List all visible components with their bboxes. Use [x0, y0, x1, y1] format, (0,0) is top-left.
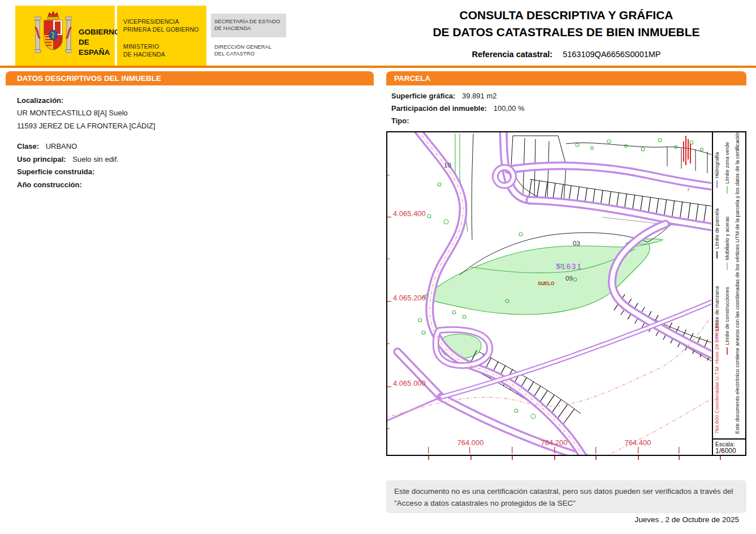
zone-label-10: 10	[444, 162, 451, 169]
suelo-label: SUELO	[538, 281, 555, 286]
spain-coat-of-arms	[34, 10, 72, 61]
y-coordinate-label: 4.065.200	[393, 294, 426, 302]
clase-value: URBANO	[46, 142, 77, 150]
superficie-construida-row: Superficie construida:	[17, 167, 99, 176]
gov-logo-box: GOBIERNO DE ESPAÑA	[15, 6, 115, 66]
zone-label-09: 09	[565, 275, 573, 282]
superficie-construida-label: Superficie construida:	[17, 167, 94, 176]
axis-tick	[428, 456, 429, 460]
left-panel-title: DATOS DESCRIPTIVOS DEL INMUEBLE	[17, 74, 161, 83]
direccion-general-label: DIRECCIÓN GENERAL DEL CATASTRO	[214, 44, 271, 57]
secretaria-box: SECRETARÍA DE ESTADO DE HACIENDA	[211, 14, 286, 37]
x-coordinate-label: 764.400	[625, 438, 651, 447]
legend-swatch	[727, 347, 728, 355]
red-hydro-symbol	[684, 136, 690, 165]
superficie-grafica-label: Superficie gráfica:	[391, 92, 455, 100]
zone-label-03: 03	[573, 240, 580, 247]
uso-principal-label: Uso principal:	[17, 155, 66, 163]
parcel-panel-header: PARCELA	[386, 71, 746, 85]
legend-label: Límite de construcciones	[724, 287, 730, 345]
superficie-grafica-row: Superficie gráfica: 39.891 m2	[391, 92, 497, 100]
left-panel-header: DATOS DESCRIPTIVOS DEL INMUEBLE	[6, 71, 374, 85]
parcel-panel-title: PARCELA	[394, 74, 430, 83]
office-line3: DIRECCIÓN GENERAL	[214, 44, 271, 50]
clase-row: Clase: URBANO	[17, 142, 77, 150]
tipo-label: Tipo:	[391, 117, 409, 125]
address-line2: 11593 JEREZ DE LA FRONTERA [CÁDIZ]	[17, 122, 155, 130]
x-coordinate-label: 764.200	[541, 438, 568, 447]
document-title: CONSULTA DESCRIPTIVA Y GRÁFICA DE DATOS …	[386, 7, 746, 41]
y-coordinate-label: 4.065.000	[393, 379, 426, 387]
axis-tick	[595, 456, 597, 460]
legend-swatch	[716, 251, 718, 259]
localizacion-label: Localización:	[17, 96, 63, 105]
cadastral-map: 4.065.400 4.065.200 4.065.000 764.000 76…	[386, 131, 746, 456]
axis-tick	[720, 456, 721, 460]
dept-line2: PRIMERA DEL GOBIERNO	[123, 26, 199, 34]
reference-label: Referencia catastral:	[472, 50, 552, 59]
clase-label: Clase:	[17, 142, 39, 150]
parcel-number-label: 51631	[556, 262, 582, 271]
axis-tick	[470, 456, 472, 460]
utm-coordinates-note: 764.600 Coordenadas U.T.M. Huso 29 ETRS8…	[714, 323, 720, 434]
scale-box: Escala: 1/6000	[713, 438, 745, 455]
uso-principal-row: Uso principal: Suelo sin edif.	[17, 155, 119, 163]
anio-construccion-label: Año construcción:	[17, 180, 82, 189]
participacion-label: Participación del inmueble:	[391, 104, 487, 113]
certification-note: Este documento electrónico contiene anex…	[734, 131, 741, 434]
legend-swatch	[727, 262, 728, 270]
scale-value: 1/6000	[715, 447, 745, 454]
gov-name-line2: DE ESPAÑA	[79, 37, 120, 58]
axis-tick	[679, 456, 680, 460]
anio-construccion-row: Año construcción:	[17, 180, 87, 189]
dept-line4: DE HACIENDA	[123, 51, 165, 59]
title-line2: DE DATOS CATASTRALES DE BIEN INMUEBLE	[386, 24, 746, 41]
legend-swatch	[716, 180, 718, 188]
legend-label: Hidrografía	[714, 152, 720, 178]
green-zone-parcel	[422, 239, 663, 359]
office-line2: DE HACIENDA	[214, 25, 280, 32]
uso-principal-value: Suelo sin edif.	[72, 155, 119, 163]
legend-item-mobiliario-aceras: Mobiliario y aceras	[724, 216, 731, 270]
legend-item-limite-construcciones: Límite de construcciones	[724, 287, 731, 355]
legend-item-hidrografia: Hidrografía	[714, 152, 720, 188]
cadastral-map-drawing: 4.065.400 4.065.200 4.065.000 764.000 76…	[387, 132, 711, 455]
office-line1: SECRETARÍA DE ESTADO	[214, 18, 280, 25]
participacion-value: 100,00 %	[494, 104, 525, 113]
legend-item-limite-parcela: Límite de parcela	[714, 209, 720, 259]
dept-line1: VICEPRESIDENCIA	[123, 18, 199, 26]
secretaria-label: SECRETARÍA DE ESTADO DE HACIENDA	[214, 18, 280, 32]
participacion-row: Participación del inmueble: 100,00 %	[391, 104, 525, 113]
superficie-grafica-value: 39.891 m2	[462, 92, 496, 100]
disclaimer-note: Este documento no es una certificación c…	[386, 480, 746, 513]
legend-label: Mobiliario y aceras	[724, 216, 730, 260]
ministerio-label: MINISTERIO DE HACIENDA	[123, 43, 165, 58]
legend-item-limite-zona-verde: Límite zona verde	[724, 142, 731, 193]
legend-label: Límite de parcela	[714, 209, 720, 249]
axis-tick	[554, 456, 555, 460]
cadastral-reference: Referencia catastral: 5163109QA6656S0001…	[386, 50, 746, 59]
legend-label: Límite zona verde	[724, 142, 730, 184]
gov-name: GOBIERNO DE ESPAÑA	[79, 27, 120, 58]
address-line1: UR MONTECASTILLO 8[A] Suelo	[17, 109, 128, 117]
legend-swatch	[727, 186, 728, 193]
office-line4: DEL CATASTRO	[214, 50, 271, 57]
header-divider-rule	[0, 66, 756, 68]
title-line1: CONSULTA DESCRIPTIVA Y GRÁFICA	[386, 7, 746, 24]
y-coordinate-label: 4.065.400	[393, 209, 426, 218]
x-coordinate-label: 764.000	[457, 438, 484, 447]
axis-tick	[512, 456, 513, 460]
cadastral-document-page: GOBIERNO DE ESPAÑA VICEPRESIDENCIA PRIME…	[0, 0, 756, 534]
zone-label-7: 7	[687, 187, 690, 192]
reference-value: 5163109QA6656S0001MP	[563, 50, 660, 59]
document-date: Jueves , 2 de Octubre de 2025	[386, 515, 739, 524]
legend-divider	[712, 132, 713, 455]
gov-name-line1: GOBIERNO	[79, 27, 120, 37]
localizacion-row: Localización:	[17, 96, 63, 105]
dept-line3: MINISTERIO	[123, 43, 165, 51]
axis-tick	[638, 456, 639, 460]
tipo-row: Tipo:	[391, 117, 414, 125]
ministry-box: VICEPRESIDENCIA PRIMERA DEL GOBIERNO MIN…	[117, 6, 206, 66]
vicepresidencia-label: VICEPRESIDENCIA PRIMERA DEL GOBIERNO	[123, 18, 199, 33]
